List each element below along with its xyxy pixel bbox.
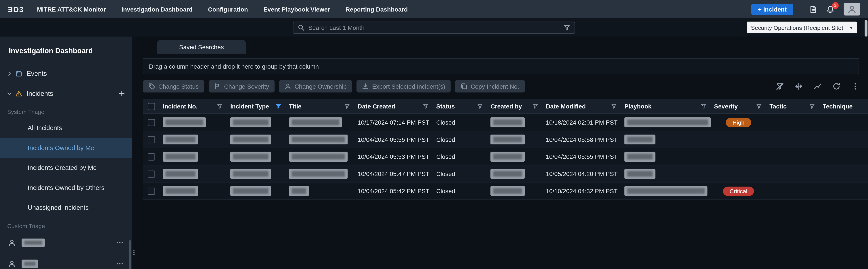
redacted-created-by [490,117,525,127]
incident-no-cell [159,117,227,127]
sidebar-item-incidents-owned-by-me[interactable]: Incidents Owned by Me [0,138,132,158]
new-incident-button[interactable]: + Incident [751,4,793,15]
select-all-checkbox[interactable] [148,103,155,110]
filter-funnel-icon[interactable] [276,103,281,109]
redacted-incident-no [163,135,198,145]
redacted-incident-type [230,117,271,127]
d3-logo[interactable]: ƎD3 [8,5,24,14]
redacted-created-by [490,186,525,196]
filter-funnel-icon[interactable] [809,103,815,109]
column-header-date-modified[interactable]: Date Modified [542,99,621,113]
sidebar-item-events[interactable]: Events [0,64,132,83]
filter-funnel-icon[interactable] [477,103,483,109]
row-checkbox[interactable] [148,153,155,160]
pane-drag-handle-icon[interactable] [131,249,137,256]
row-checkbox[interactable] [148,136,155,143]
column-header-incident-no[interactable]: Incident No. [159,99,227,113]
column-resize-icon[interactable] [795,82,803,90]
column-header-date-created[interactable]: Date Created [354,99,433,113]
chevron-down-icon[interactable] [6,91,12,96]
toolbar-change-ownership-button[interactable]: Change Ownership [279,80,352,92]
row-checkbox[interactable] [148,119,155,126]
sidebar-item-incidents-created-by-me[interactable]: Incidents Created by Me [0,158,132,177]
global-search-box [293,21,575,34]
column-header-title[interactable]: Title [286,99,354,113]
redacted-title [289,117,342,127]
clear-filter-icon[interactable] [776,82,784,90]
column-header-created-by[interactable]: Created by [487,99,542,113]
sidebar-custom-item[interactable] [0,253,132,269]
playbook-cell [621,117,711,127]
playbook-cell [621,169,711,179]
person-icon [8,260,16,267]
status-cell: Closed [433,153,487,160]
table-row[interactable]: 10/04/2024 05:42 PM PSTClosed10/10/2024 … [143,183,868,200]
sidebar-item-unassigned-incidents[interactable]: Unassigned Incidents [0,198,132,217]
nav-item-mitre-att-ck-monitor[interactable]: MITRE ATT&CK Monitor [37,6,106,12]
row-checkbox[interactable] [148,170,155,177]
title-cell [286,117,354,127]
notification-bell-icon[interactable]: 2 [827,5,834,13]
toolbar-export-selected-incident-s-button[interactable]: Export Selected Incident(s) [356,80,451,92]
toolbar-copy-incident-no-button[interactable]: Copy Incident No. [455,80,525,92]
nav-item-reporting-dashboard[interactable]: Reporting Dashboard [345,6,408,12]
row-checkbox[interactable] [148,187,155,195]
filter-funnel-icon[interactable] [217,103,222,109]
sidebar-item-incidents[interactable]: Incidents [0,83,132,103]
filter-funnel-icon[interactable] [532,103,538,109]
nav-item-configuration[interactable]: Configuration [208,6,248,12]
nav-item-investigation-dashboard[interactable]: Investigation Dashboard [121,6,192,12]
column-header-label: Incident Type [230,103,269,109]
page-body: Investigation Dashboard Events Incidents… [0,37,868,269]
table-row[interactable]: 10/04/2024 05:53 PM PSTClosed10/04/2024 … [143,148,868,166]
group-by-dropzone[interactable]: Drag a column header and drop it here to… [143,58,859,74]
toolbar-change-status-button[interactable]: Change Status [143,80,204,92]
title-cell [286,169,354,179]
document-icon[interactable] [809,5,817,13]
custom-triage-list [0,232,132,269]
table-row[interactable]: 10/04/2024 05:55 PM PSTClosed10/04/2024 … [143,131,868,148]
column-header-technique[interactable]: Technique [819,99,868,113]
add-view-plus-icon[interactable] [119,90,125,97]
column-header-severity[interactable]: Severity [711,99,766,113]
filter-funnel-icon[interactable] [611,103,617,109]
filter-funnel-icon[interactable] [756,103,762,109]
toolbar-change-severity-button[interactable]: Change Severity [209,80,275,92]
playbook-cell [621,135,711,145]
filter-funnel-icon[interactable] [344,103,350,109]
column-header-status[interactable]: Status [433,99,487,113]
site-selector[interactable]: Security Operations (Recipient Site) ▾ [746,22,857,33]
sidebar-item-all-incidents[interactable]: All Incidents [0,118,132,138]
filter-funnel-icon[interactable] [701,103,706,109]
more-options-icon[interactable] [116,260,124,267]
column-header-playbook[interactable]: Playbook [621,99,711,113]
more-vertical-icon[interactable] [851,82,859,90]
title-cell [286,152,354,162]
sidebar-item-incidents-owned-by-others[interactable]: Incidents Owned by Others [0,178,132,198]
more-options-icon[interactable] [116,239,124,246]
chart-icon[interactable] [814,82,822,90]
tab-label: Saved Searches [179,43,224,50]
tab-saved-searches[interactable]: Saved Searches [157,40,246,54]
status-cell: Closed [433,171,487,177]
window-scrollbar-thumb[interactable] [865,20,868,36]
row-checkbox-cell [143,187,159,195]
row-checkbox-cell [143,153,159,160]
table-row[interactable]: 10/17/2024 07:14 PM PSTClosed10/18/2024 … [143,114,868,131]
title-cell [286,135,354,145]
calendar-icon [16,70,22,77]
refresh-icon[interactable] [833,82,840,90]
search-filter-funnel-icon[interactable] [564,24,570,31]
created-by-cell [487,135,542,145]
redacted-title [289,135,347,145]
incident-type-cell [227,135,286,145]
search-input[interactable] [308,24,560,31]
column-header-tactic[interactable]: Tactic [766,99,819,113]
sidebar-custom-item[interactable] [0,232,132,253]
nav-item-event-playbook-viewer[interactable]: Event Playbook Viewer [264,6,330,12]
chevron-right-icon[interactable] [6,71,12,76]
table-row[interactable]: 10/04/2024 05:47 PM PSTClosed10/05/2024 … [143,166,868,183]
user-avatar[interactable] [844,3,860,15]
filter-funnel-icon[interactable] [423,103,428,109]
column-header-incident-type[interactable]: Incident Type [227,99,286,113]
